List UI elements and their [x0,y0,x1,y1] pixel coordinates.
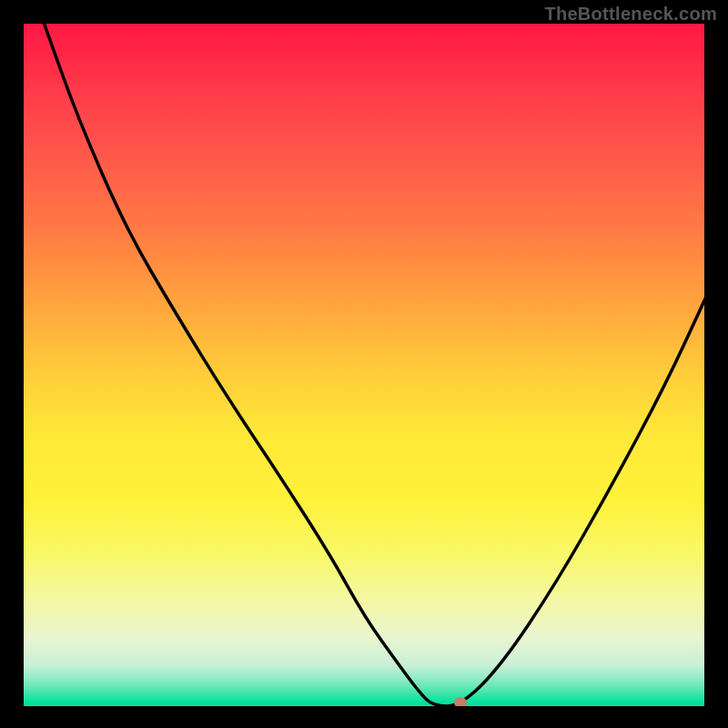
curve-svg [24,24,706,706]
bottleneck-curve [45,24,707,706]
chart-container: TheBottleneck.com [0,0,728,728]
optimal-point-marker [454,697,467,706]
plot-area [24,24,706,706]
watermark-text: TheBottleneck.com [544,4,717,25]
